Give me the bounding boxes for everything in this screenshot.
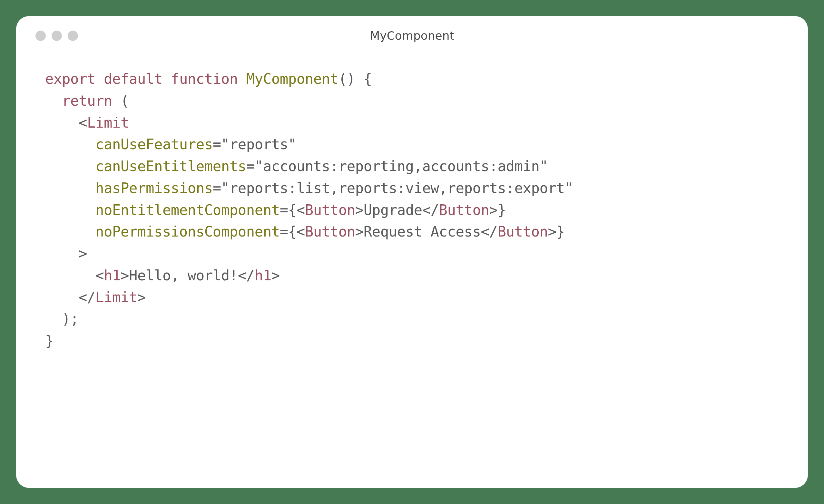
tag-button: Button bbox=[305, 202, 355, 218]
attr-value-reports: "reports" bbox=[221, 136, 297, 152]
function-name: MyComponent bbox=[246, 71, 338, 87]
open-brace: { bbox=[355, 71, 372, 87]
parens: () bbox=[338, 71, 355, 87]
keyword-function: function bbox=[171, 71, 238, 87]
equals: = bbox=[246, 158, 255, 174]
angle-bracket: > bbox=[121, 267, 129, 283]
tag-h1: h1 bbox=[104, 267, 121, 283]
minimize-icon[interactable] bbox=[51, 31, 62, 41]
close-paren-semi: ); bbox=[62, 310, 79, 327]
attr-canUseFeatures: canUseFeatures bbox=[95, 136, 213, 152]
h1-text: Hello, world! bbox=[129, 267, 238, 283]
tag-close-gt: > bbox=[79, 245, 87, 262]
keyword-return: return bbox=[62, 93, 112, 109]
angle-bracket: > bbox=[548, 223, 556, 240]
expr-close: } bbox=[556, 223, 565, 240]
expr-open: ={ bbox=[280, 202, 297, 218]
angle-bracket: </ bbox=[238, 267, 255, 283]
code-content: export default function MyComponent() { … bbox=[16, 49, 808, 371]
close-brace: } bbox=[45, 333, 54, 349]
traffic-lights bbox=[35, 31, 78, 41]
angle-bracket: < bbox=[95, 267, 104, 283]
angle-bracket: </ bbox=[79, 289, 95, 305]
keyword-export: export bbox=[45, 71, 95, 87]
angle-bracket: > bbox=[355, 223, 364, 240]
close-icon[interactable] bbox=[35, 31, 46, 41]
angle-bracket: </ bbox=[422, 202, 439, 218]
angle-bracket: < bbox=[297, 223, 305, 240]
tag-h1-close: h1 bbox=[255, 267, 272, 283]
angle-bracket: > bbox=[272, 267, 280, 283]
tag-button-close: Button bbox=[439, 202, 489, 218]
button-text-upgrade: Upgrade bbox=[364, 202, 422, 218]
angle-bracket: > bbox=[355, 202, 364, 218]
maximize-icon[interactable] bbox=[68, 31, 78, 41]
attr-canUseEntitlements: canUseEntitlements bbox=[95, 158, 246, 174]
angle-bracket: < bbox=[297, 202, 305, 218]
code-window: MyComponent export default function MyCo… bbox=[16, 16, 808, 488]
angle-bracket: < bbox=[79, 114, 87, 131]
equals: = bbox=[213, 136, 221, 152]
attr-noEntitlementComponent: noEntitlementComponent bbox=[95, 202, 280, 218]
tag-button: Button bbox=[305, 223, 355, 240]
attr-value-entitlements: "accounts:reporting,accounts:admin" bbox=[255, 158, 548, 174]
expr-close: } bbox=[498, 202, 506, 218]
tag-limit-close: Limit bbox=[95, 289, 137, 305]
angle-bracket: </ bbox=[481, 223, 498, 240]
button-text-request: Request Access bbox=[364, 223, 481, 240]
angle-bracket: > bbox=[137, 289, 146, 305]
expr-open: ={ bbox=[280, 223, 297, 240]
tag-button-close: Button bbox=[498, 223, 548, 240]
window-titlebar: MyComponent bbox=[16, 16, 808, 49]
tag-limit-open: Limit bbox=[87, 114, 129, 131]
attr-value-permissions: "reports:list,reports:view,reports:expor… bbox=[221, 180, 573, 196]
open-paren: ( bbox=[112, 93, 129, 109]
keyword-default: default bbox=[104, 71, 163, 87]
attr-noPermissionsComponent: noPermissionsComponent bbox=[95, 223, 280, 240]
equals: = bbox=[213, 180, 221, 196]
attr-hasPermissions: hasPermissions bbox=[95, 180, 213, 196]
angle-bracket: > bbox=[489, 202, 498, 218]
window-title: MyComponent bbox=[32, 29, 792, 42]
